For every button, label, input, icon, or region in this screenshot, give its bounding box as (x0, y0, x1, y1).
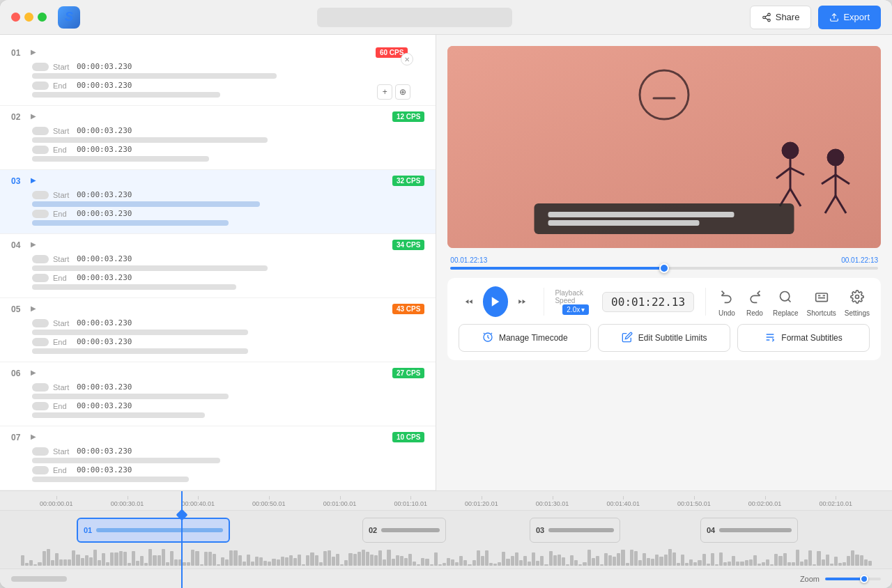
end-toggle[interactable] (32, 402, 49, 410)
waveform-bar (808, 550, 812, 566)
start-toggle[interactable] (32, 63, 49, 71)
video-frame (447, 46, 881, 248)
waveform-bar (592, 558, 595, 566)
track-chip-02[interactable]: 02 (362, 518, 446, 543)
waveform-bar (374, 555, 378, 566)
replace-tool[interactable]: Replace (773, 287, 799, 317)
zoom-slider[interactable] (825, 578, 881, 580)
waveform-bar (677, 563, 680, 566)
subtitle-play-btn[interactable]: ▶ (31, 48, 40, 58)
start-time: 00:00:03.230 (77, 382, 132, 392)
video-progress-track[interactable] (450, 267, 878, 270)
speed-badge[interactable]: 2.0x ▾ (562, 304, 589, 315)
svg-point-8 (782, 142, 799, 159)
timeline-cursor[interactable] (181, 491, 183, 588)
svg-point-1 (762, 16, 765, 19)
video-subtitle-overlay (535, 203, 794, 234)
waveform-bar (187, 562, 190, 566)
subtitle-play-btn[interactable]: ▶ (31, 176, 40, 186)
add-actions: + ⊕ (377, 84, 410, 100)
close-traffic-light[interactable] (11, 13, 20, 22)
subtitle-play-btn[interactable]: ▶ (31, 112, 40, 122)
end-toggle[interactable] (32, 466, 49, 474)
minimize-traffic-light[interactable] (24, 13, 33, 22)
export-button[interactable]: Export (818, 6, 881, 29)
track-chip-01[interactable]: 01 (77, 518, 230, 543)
play-pause-btn[interactable] (483, 286, 508, 317)
end-label: End (53, 274, 72, 282)
manage-timecode-btn[interactable]: Manage Timecode (459, 324, 591, 352)
start-time: 00:00:03.230 (77, 447, 132, 456)
end-toggle[interactable] (32, 82, 49, 90)
start-toggle[interactable] (32, 191, 49, 199)
waveform-bar (723, 562, 727, 566)
start-toggle[interactable] (32, 383, 49, 392)
track-chip-04[interactable]: 04 (700, 518, 798, 543)
timeline-scrollbar[interactable] (11, 576, 67, 582)
waveform-bar (502, 552, 505, 566)
subtitle-play-btn[interactable]: ▶ (31, 240, 40, 250)
waveform-bar (191, 550, 194, 566)
format-subtitles-btn[interactable]: Format Subtitles (737, 324, 870, 352)
svg-line-19 (836, 196, 846, 213)
subtitle-list-panel[interactable]: 01 ▶ 60 CPS ✕ Start 00:00:03.230 (0, 35, 436, 490)
start-toggle[interactable] (32, 447, 49, 456)
zoom-thumb[interactable] (860, 575, 868, 583)
undo-tool[interactable]: Undo (717, 287, 737, 317)
start-toggle[interactable] (32, 127, 49, 135)
end-time: 00:00:03.230 (77, 465, 132, 474)
subtitle-text-line-2 (32, 156, 209, 162)
svg-point-6 (640, 70, 689, 119)
waveform-bar (213, 554, 216, 566)
timeline-tracks[interactable]: 01 02 03 04 (0, 511, 892, 568)
subtitle-play-btn[interactable]: ▶ (31, 433, 40, 442)
waveform-bar (707, 564, 710, 566)
track-chip-03[interactable]: 03 (530, 518, 620, 543)
waveform-bar (834, 557, 838, 566)
subtitle-play-btn[interactable]: ▶ (31, 304, 40, 314)
waveform-bar (617, 553, 620, 566)
share-button[interactable]: Share (750, 6, 812, 29)
waveform-bar (98, 560, 101, 566)
end-toggle[interactable] (32, 210, 49, 218)
close-subtitle-btn[interactable]: ✕ (401, 53, 413, 65)
waveform-bar (638, 560, 642, 566)
end-time: 00:00:03.230 (77, 337, 132, 346)
video-progress-thumb[interactable] (659, 263, 669, 273)
controls-main-row: Playback Speed 2.0x ▾ 00:01:22.13 (459, 286, 870, 317)
rewind-btn[interactable] (459, 291, 477, 313)
waveform-bar (796, 550, 799, 566)
waveform-bar (128, 563, 131, 566)
redo-tool[interactable]: Redo (745, 287, 764, 317)
waveform-bar (574, 560, 578, 566)
start-toggle[interactable] (32, 319, 49, 327)
subtitle-play-btn[interactable]: ▶ (31, 369, 40, 378)
end-toggle[interactable] (32, 338, 49, 346)
waveform-bar (272, 559, 275, 566)
fastforward-btn[interactable] (514, 291, 532, 313)
start-time: 00:00:03.230 (77, 62, 132, 71)
end-toggle[interactable] (32, 146, 49, 154)
settings-icon (847, 287, 867, 307)
waveform-bar (860, 555, 863, 566)
waveform-bar (540, 556, 544, 566)
edit-subtitle-btn[interactable]: Edit Subtitle Limits (598, 324, 730, 352)
start-toggle[interactable] (32, 255, 49, 263)
shortcuts-tool[interactable]: Shortcuts (807, 287, 836, 317)
settings-tool[interactable]: Settings (845, 287, 870, 317)
waveform-bar (511, 556, 514, 566)
cps-badge: 27 CPS (392, 368, 424, 378)
waveform-bar (259, 557, 263, 566)
waveform-bar (830, 564, 833, 566)
add-after-btn[interactable]: ⊕ (395, 84, 410, 100)
subtitle-track-row: 01 02 03 04 (21, 516, 871, 544)
end-toggle[interactable] (32, 274, 49, 282)
time-display: 00:01:22.13 (602, 292, 694, 312)
maximize-traffic-light[interactable] (38, 13, 47, 22)
titlebar: S Share Export (0, 0, 892, 35)
video-player[interactable] (447, 46, 881, 248)
waveform-bar (353, 554, 357, 566)
video-progress-container: 00.01.22:13 00.01.22:13 (447, 256, 881, 270)
waveform-bar (400, 556, 403, 566)
add-before-btn[interactable]: + (377, 84, 392, 100)
